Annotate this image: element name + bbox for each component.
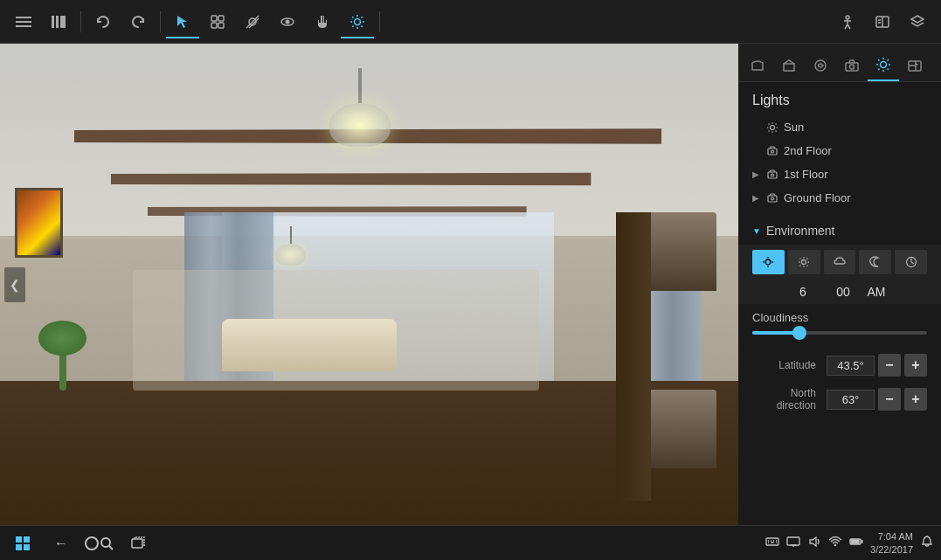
cloudiness-slider[interactable] xyxy=(752,331,927,335)
svg-rect-2 xyxy=(16,25,31,27)
camera-tab[interactable] xyxy=(836,50,868,81)
undo-button[interactable] xyxy=(86,5,120,38)
north-direction-minus-button[interactable]: − xyxy=(878,388,901,411)
chandelier-rod xyxy=(358,68,362,103)
toolbar-separator-2 xyxy=(160,11,161,32)
decor-tab[interactable] xyxy=(773,50,805,81)
time-tab-custom[interactable] xyxy=(895,250,927,274)
sofa xyxy=(222,319,397,371)
plant-left xyxy=(37,312,89,391)
svg-point-14 xyxy=(286,19,290,24)
screen-icon[interactable] xyxy=(786,535,800,552)
latitude-row: Latitude 43.5° − + xyxy=(738,349,941,382)
svg-point-69 xyxy=(802,260,806,265)
edit-button[interactable] xyxy=(236,5,269,38)
time-display: 6 00 AM xyxy=(738,280,941,304)
svg-line-75 xyxy=(807,266,808,266)
north-direction-plus-button[interactable]: + xyxy=(904,388,927,411)
furnish-tab[interactable] xyxy=(742,50,773,81)
svg-line-42 xyxy=(878,59,879,60)
svg-rect-3 xyxy=(52,16,54,28)
svg-rect-58 xyxy=(768,149,777,155)
time-minute: 00 xyxy=(830,285,856,299)
time-tab-day[interactable] xyxy=(752,250,785,274)
environment-header[interactable]: ▼ Environment xyxy=(738,217,941,245)
svg-rect-84 xyxy=(24,544,30,550)
svg-rect-81 xyxy=(16,536,22,543)
svg-line-20 xyxy=(352,17,353,17)
sun-item[interactable]: Sun xyxy=(738,115,941,139)
svg-rect-7 xyxy=(218,16,224,21)
hand-button[interactable] xyxy=(306,5,339,38)
svg-rect-88 xyxy=(766,538,778,545)
floorplan-tab[interactable] xyxy=(899,50,931,81)
time-tab-sunny[interactable] xyxy=(788,250,820,274)
back-button[interactable]: ← xyxy=(45,528,77,559)
svg-rect-8 xyxy=(211,23,217,28)
cloudiness-thumb[interactable] xyxy=(792,326,806,340)
panel-tabs xyxy=(738,44,941,82)
beam-2 xyxy=(111,173,591,185)
latitude-value: 43.5° xyxy=(827,356,875,376)
latitude-minus-button[interactable]: − xyxy=(878,354,901,377)
1st-floor-expand-arrow: ▶ xyxy=(752,169,759,179)
svg-point-49 xyxy=(771,125,775,129)
light-group-icon-gf xyxy=(766,192,778,204)
toolbar-separator-3 xyxy=(379,11,380,32)
svg-line-80 xyxy=(911,262,914,264)
svg-rect-9 xyxy=(218,23,224,28)
ground-floor-label: Ground Floor xyxy=(784,191,851,204)
svg-point-24 xyxy=(846,16,849,19)
svg-rect-6 xyxy=(211,16,217,21)
library-button[interactable] xyxy=(42,5,75,38)
cloudiness-fill xyxy=(752,331,796,335)
view-button[interactable] xyxy=(271,5,304,38)
svg-line-45 xyxy=(878,69,879,70)
light-panel-tab[interactable] xyxy=(868,50,899,81)
select-button[interactable] xyxy=(166,5,199,38)
light-group-icon-2f xyxy=(766,145,778,157)
2nd-floor-item[interactable]: 2nd Floor xyxy=(738,139,941,162)
3d-person-button[interactable] xyxy=(831,5,864,38)
start-button[interactable] xyxy=(7,528,38,559)
latitude-plus-button[interactable]: + xyxy=(904,354,927,377)
notification-icon[interactable] xyxy=(920,535,934,552)
1st-floor-item[interactable]: ▶ 1st Floor xyxy=(738,162,941,186)
svg-rect-96 xyxy=(787,537,799,545)
svg-point-36 xyxy=(850,65,855,69)
svg-line-44 xyxy=(888,59,889,60)
svg-point-15 xyxy=(355,18,361,24)
ground-floor-item[interactable]: ▶ Ground Floor xyxy=(738,186,941,210)
keyboard-icon[interactable] xyxy=(765,535,779,552)
menu-button[interactable] xyxy=(7,5,40,38)
multitask-button[interactable] xyxy=(122,528,154,559)
chandelier-body xyxy=(329,103,391,147)
book-button[interactable] xyxy=(866,5,899,38)
chandelier xyxy=(325,68,395,147)
sun-label: Sun xyxy=(784,121,804,134)
speaker-icon[interactable] xyxy=(807,535,821,552)
1st-floor-label: 1st Floor xyxy=(784,168,828,181)
svg-rect-83 xyxy=(16,544,22,550)
chandelier-2 xyxy=(273,226,308,266)
nav-arrow-left[interactable]: ❮ xyxy=(4,267,25,302)
time-tab-night[interactable] xyxy=(859,250,891,274)
artwork xyxy=(15,188,63,258)
svg-line-76 xyxy=(807,259,808,259)
wifi-icon[interactable] xyxy=(828,535,842,552)
time-hour: 6 xyxy=(790,285,816,299)
layers-button[interactable] xyxy=(901,5,934,38)
svg-rect-5 xyxy=(60,16,66,28)
svg-line-86 xyxy=(109,546,113,550)
material-tab[interactable] xyxy=(805,50,836,81)
svg-line-23 xyxy=(352,25,353,26)
battery-icon[interactable] xyxy=(849,535,863,552)
search-button[interactable] xyxy=(84,528,115,559)
light-toolbar-button[interactable] xyxy=(341,5,374,38)
arrange-button[interactable] xyxy=(201,5,234,38)
time-tab-cloud[interactable] xyxy=(824,250,856,274)
svg-line-43 xyxy=(888,69,889,70)
sun-icon xyxy=(766,121,778,134)
viewport[interactable]: ❮ xyxy=(0,44,738,525)
redo-button[interactable] xyxy=(121,5,155,38)
